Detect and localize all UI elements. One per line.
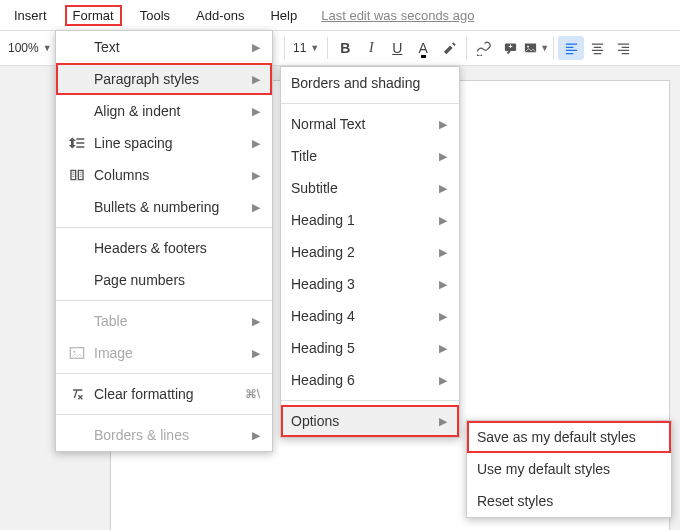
format-dropdown: Text ▶ Paragraph styles ▶ Align & indent… <box>55 30 273 452</box>
highlighter-icon <box>442 41 457 56</box>
italic-button[interactable]: I <box>358 36 384 60</box>
menu-item-label: Reset styles <box>477 493 659 509</box>
menu-addons[interactable]: Add-ons <box>188 5 252 26</box>
blank-icon <box>66 312 88 330</box>
menu-item-image: Image ▶ <box>56 337 272 369</box>
insert-comment-button[interactable]: + <box>497 36 523 60</box>
chevron-right-icon: ▶ <box>252 137 260 150</box>
menu-separator <box>56 373 272 374</box>
menu-item-reset-styles[interactable]: Reset styles <box>467 485 671 517</box>
menu-separator <box>281 103 459 104</box>
chevron-right-icon: ▶ <box>439 214 447 227</box>
clear-formatting-icon <box>66 385 88 403</box>
menu-item-options[interactable]: Options ▶ <box>281 405 459 437</box>
chevron-down-icon: ▼ <box>310 43 319 53</box>
menu-item-bullets[interactable]: Bullets & numbering ▶ <box>56 191 272 223</box>
link-icon <box>477 41 492 56</box>
svg-text:+: + <box>508 43 512 50</box>
menu-item-borders-lines: Borders & lines ▶ <box>56 419 272 451</box>
image-icon <box>66 344 88 362</box>
menu-item-label: Bullets & numbering <box>94 199 232 215</box>
zoom-dropdown[interactable]: 100% ▼ <box>4 41 56 55</box>
highlight-button[interactable] <box>436 36 462 60</box>
menu-item-label: Heading 3 <box>291 276 419 292</box>
menu-item-label: Heading 2 <box>291 244 419 260</box>
chevron-right-icon: ▶ <box>252 105 260 118</box>
menu-item-heading-1[interactable]: Heading 1 ▶ <box>281 204 459 236</box>
last-edit-text[interactable]: Last edit was seconds ago <box>321 8 474 23</box>
blank-icon <box>66 38 88 56</box>
chevron-right-icon: ▶ <box>439 118 447 131</box>
menu-item-columns[interactable]: Columns ▶ <box>56 159 272 191</box>
underline-button[interactable]: U <box>384 36 410 60</box>
columns-icon <box>66 166 88 184</box>
chevron-down-icon: ▼ <box>43 43 52 53</box>
chevron-right-icon: ▶ <box>252 169 260 182</box>
align-right-button[interactable] <box>610 36 636 60</box>
separator <box>327 37 328 59</box>
blank-icon <box>66 271 88 289</box>
menu-item-label: Save as my default styles <box>477 429 659 445</box>
menu-item-table: Table ▶ <box>56 305 272 337</box>
font-size-dropdown[interactable]: 11 ▼ <box>289 41 323 55</box>
menu-item-title[interactable]: Title ▶ <box>281 140 459 172</box>
align-left-icon <box>564 41 579 56</box>
menu-item-line-spacing[interactable]: Line spacing ▶ <box>56 127 272 159</box>
menu-item-clear-formatting[interactable]: Clear formatting ⌘\ <box>56 378 272 410</box>
menu-separator <box>281 400 459 401</box>
menu-item-label: Page numbers <box>94 272 260 288</box>
menu-item-normal-text[interactable]: Normal Text ▶ <box>281 108 459 140</box>
menu-item-text[interactable]: Text ▶ <box>56 31 272 63</box>
menu-item-page-numbers[interactable]: Page numbers <box>56 264 272 296</box>
options-dropdown: Save as my default styles Use my default… <box>466 420 672 518</box>
menu-item-use-default-styles[interactable]: Use my default styles <box>467 453 671 485</box>
zoom-value: 100% <box>8 41 39 55</box>
menu-item-label: Align & indent <box>94 103 232 119</box>
chevron-right-icon: ▶ <box>252 429 260 442</box>
menu-item-headers-footers[interactable]: Headers & footers <box>56 232 272 264</box>
menu-item-label: Clear formatting <box>94 386 225 402</box>
bold-button[interactable]: B <box>332 36 358 60</box>
menu-item-label: Columns <box>94 167 232 183</box>
menu-item-label: Options <box>291 413 419 429</box>
menu-separator <box>56 227 272 228</box>
separator <box>553 37 554 59</box>
blank-icon <box>66 102 88 120</box>
paragraph-styles-dropdown: Borders and shading Normal Text ▶ Title … <box>280 66 460 438</box>
align-right-icon <box>616 41 631 56</box>
menu-tools[interactable]: Tools <box>132 5 178 26</box>
menu-item-heading-6[interactable]: Heading 6 ▶ <box>281 364 459 396</box>
menu-item-label: Paragraph styles <box>94 71 232 87</box>
menu-item-label: Borders & lines <box>94 427 232 443</box>
menu-bar: Insert Format Tools Add-ons Help Last ed… <box>0 0 680 30</box>
menu-item-heading-4[interactable]: Heading 4 ▶ <box>281 300 459 332</box>
align-center-icon <box>590 41 605 56</box>
insert-link-button[interactable] <box>471 36 497 60</box>
menu-format[interactable]: Format <box>65 5 122 26</box>
menu-item-heading-2[interactable]: Heading 2 ▶ <box>281 236 459 268</box>
text-color-button[interactable]: A <box>410 36 436 60</box>
menu-item-paragraph-styles[interactable]: Paragraph styles ▶ <box>56 63 272 95</box>
menu-item-label: Borders and shading <box>291 75 447 91</box>
menu-item-heading-5[interactable]: Heading 5 ▶ <box>281 332 459 364</box>
menu-item-label: Subtitle <box>291 180 419 196</box>
chevron-down-icon: ▼ <box>540 43 549 53</box>
menu-item-subtitle[interactable]: Subtitle ▶ <box>281 172 459 204</box>
line-spacing-icon <box>66 134 88 152</box>
insert-image-button[interactable]: ▼ <box>523 36 549 60</box>
align-center-button[interactable] <box>584 36 610 60</box>
menu-shortcut: ⌘\ <box>245 387 260 401</box>
menu-item-save-default-styles[interactable]: Save as my default styles <box>467 421 671 453</box>
blank-icon <box>66 198 88 216</box>
menu-insert[interactable]: Insert <box>6 5 55 26</box>
align-left-button[interactable] <box>558 36 584 60</box>
menu-item-label: Heading 1 <box>291 212 419 228</box>
menu-item-label: Use my default styles <box>477 461 659 477</box>
menu-item-align-indent[interactable]: Align & indent ▶ <box>56 95 272 127</box>
menu-item-borders-shading[interactable]: Borders and shading <box>281 67 459 99</box>
menu-item-heading-3[interactable]: Heading 3 ▶ <box>281 268 459 300</box>
comment-icon: + <box>503 41 518 56</box>
menu-help[interactable]: Help <box>262 5 305 26</box>
chevron-right-icon: ▶ <box>252 73 260 86</box>
menu-separator <box>56 414 272 415</box>
